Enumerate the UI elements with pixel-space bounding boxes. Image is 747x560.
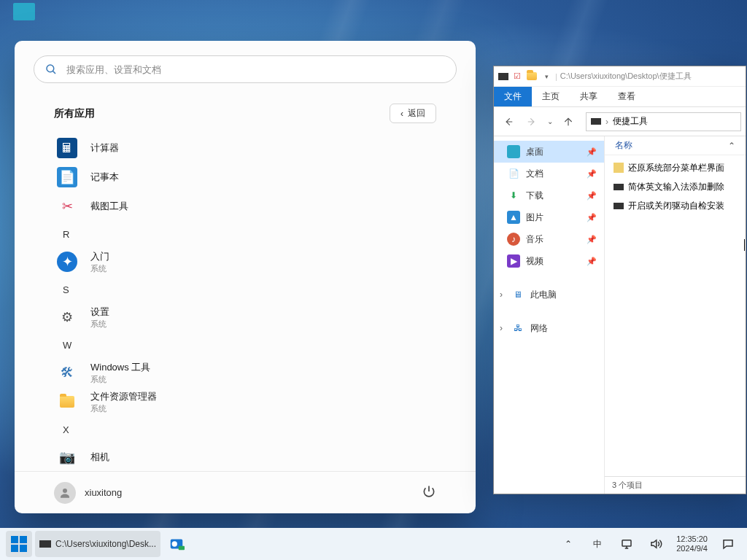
tab-file[interactable]: 文件 (494, 87, 532, 106)
file-item[interactable]: 还原系统部分菜单栏界面 (609, 158, 741, 177)
notifications-button[interactable] (715, 531, 741, 557)
chat-icon (721, 537, 735, 551)
sidebar-item-videos[interactable]: ▶视频📌 (494, 250, 604, 272)
start-button[interactable] (6, 531, 32, 557)
speaker-icon (649, 537, 662, 551)
app-label: 相机 (90, 451, 109, 464)
pin-icon[interactable]: 📌 (587, 213, 597, 222)
address-bar[interactable]: › 便捷工具 (586, 112, 741, 131)
letter-heading-r[interactable]: R (54, 221, 436, 247)
app-notepad[interactable]: 📄 记事本 (54, 163, 436, 192)
letter-heading-s[interactable]: S (54, 276, 436, 303)
pin-icon[interactable]: 📌 (587, 257, 597, 266)
nav-recent-dropdown[interactable]: ⌄ (545, 112, 555, 132)
sidebar-item-network[interactable]: 🖧网络 (494, 317, 604, 339)
tab-home[interactable]: 主页 (532, 87, 570, 106)
shortcut-icon (614, 203, 624, 209)
qat-check-icon[interactable]: ☑ (511, 71, 523, 82)
user-account-button[interactable]: xiuxitong (54, 482, 122, 504)
svg-point-0 (47, 65, 54, 72)
letter-heading-w[interactable]: W (54, 332, 436, 358)
app-sublabel: 系统 (90, 263, 109, 274)
outlook-icon (169, 536, 185, 552)
system-indicator (13, 3, 35, 20)
tray-overflow-button[interactable]: ⌃ (555, 531, 581, 557)
start-search-box[interactable] (34, 55, 457, 83)
sysmenu-icon[interactable] (498, 73, 508, 80)
app-camera[interactable]: 📷 相机 (54, 443, 436, 471)
nav-up-button[interactable] (558, 112, 578, 132)
sidebar-item-label: 此电脑 (530, 289, 557, 301)
sidebar-item-thispc[interactable]: 🖥此电脑 (494, 284, 604, 306)
nav-forward-button[interactable] (522, 112, 542, 132)
clock-button[interactable]: 12:35:20 2024/9/4 (672, 534, 712, 553)
video-icon: ▶ (507, 254, 520, 268)
shortcut-icon (614, 184, 624, 190)
document-icon: 📄 (507, 167, 520, 180)
back-button[interactable]: ‹ 返回 (390, 104, 436, 123)
back-label: 返回 (408, 107, 425, 120)
svg-point-2 (63, 489, 67, 493)
power-button[interactable] (422, 484, 436, 502)
network-button[interactable] (614, 531, 640, 557)
app-calculator[interactable]: 🖩 计算器 (54, 133, 436, 163)
file-item[interactable]: 简体英文输入法添加删除 (609, 177, 741, 196)
app-settings[interactable]: ⚙ 设置系统 (54, 303, 436, 332)
chevron-left-icon: ‹ (400, 109, 403, 119)
all-apps-heading: 所有应用 (54, 107, 95, 120)
app-sublabel: 系统 (90, 374, 150, 385)
sidebar-item-desktop[interactable]: 桌面📌 (494, 141, 604, 163)
app-sniptool[interactable]: ✂ 截图工具 (54, 192, 436, 221)
app-getstarted[interactable]: ✦ 入门系统 (54, 247, 436, 276)
pin-icon[interactable]: 📌 (587, 191, 597, 201)
svg-point-4 (172, 541, 177, 546)
qat-dropdown-icon[interactable]: ▾ (541, 71, 552, 82)
pin-icon[interactable]: 📌 (587, 235, 597, 244)
letter-heading-x[interactable]: X (54, 416, 436, 443)
volume-button[interactable] (643, 531, 669, 557)
search-icon (44, 63, 58, 76)
app-label: 设置 (90, 306, 109, 319)
text-cursor (744, 239, 745, 251)
taskbar-app-outlook[interactable] (163, 531, 190, 557)
sidebar-item-label: 图片 (526, 211, 543, 224)
start-menu: 所有应用 ‹ 返回 🖩 计算器 📄 记事本 ✂ 截图工具 R ✦ 入门系统 (15, 41, 476, 513)
app-windows-tools[interactable]: 🛠 Windows 工具系统 (54, 358, 436, 387)
app-file-explorer[interactable]: 文件资源管理器系统 (54, 387, 436, 416)
ribbon-tabs: 文件 主页 共享 查看 (494, 87, 746, 107)
app-label: 记事本 (90, 171, 119, 184)
folder-icon (526, 71, 538, 82)
tab-view[interactable]: 查看 (608, 87, 646, 106)
pin-icon[interactable]: 📌 (587, 169, 597, 179)
nav-back-button[interactable] (498, 112, 519, 132)
pin-icon[interactable]: 📌 (587, 147, 597, 157)
notepad-icon: 📄 (57, 167, 77, 187)
window-title: C:\Users\xiuxitong\Desktop\便捷工具 (560, 71, 692, 82)
power-icon (422, 484, 436, 499)
file-list[interactable]: 还原系统部分菜单栏界面 简体英文输入法添加删除 开启或关闭驱动自检安装 (605, 155, 746, 476)
ime-button[interactable]: 中 (584, 531, 611, 557)
titlebar[interactable]: ☑ ▾ | C:\Users\xiuxitong\Desktop\便捷工具 (494, 66, 746, 87)
windows-logo-icon (11, 536, 27, 552)
pictures-icon: ▲ (507, 211, 520, 224)
taskbar-app-explorer[interactable]: C:\Users\xiuxitong\Desk... (35, 531, 160, 557)
sidebar-item-downloads[interactable]: ⬇下载📌 (494, 184, 604, 206)
tools-icon: 🛠 (57, 362, 77, 383)
sidebar-item-documents[interactable]: 📄文档📌 (494, 163, 604, 184)
column-header-name[interactable]: 名称 ⌃ (605, 136, 746, 155)
tab-share[interactable]: 共享 (570, 87, 608, 106)
arrow-up-icon (563, 117, 573, 127)
status-text: 3 个项目 (612, 480, 643, 491)
sidebar-item-label: 音乐 (526, 233, 543, 246)
svg-rect-6 (622, 540, 631, 546)
sidebar-item-pictures[interactable]: ▲图片📌 (494, 206, 604, 228)
username-label: xiuxitong (85, 487, 122, 498)
search-input[interactable] (66, 64, 446, 75)
breadcrumb-item[interactable]: 便捷工具 (613, 115, 648, 128)
sidebar-item-label: 桌面 (526, 146, 543, 158)
clock-date: 2024/9/4 (676, 544, 708, 553)
arrow-right-icon (527, 117, 537, 127)
sidebar-item-music[interactable]: ♪音乐📌 (494, 228, 604, 250)
column-label: 名称 (615, 139, 632, 152)
file-item[interactable]: 开启或关闭驱动自检安装 (609, 196, 741, 215)
